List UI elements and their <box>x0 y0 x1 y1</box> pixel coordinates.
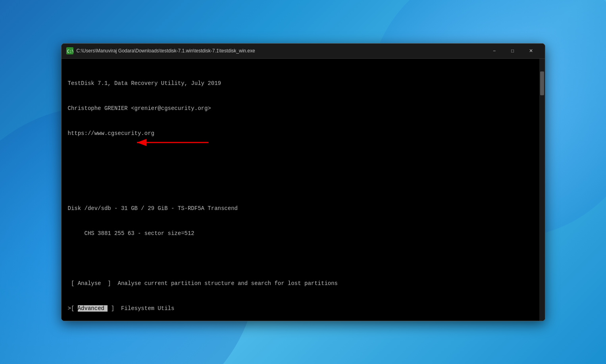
menu-analyse-line[interactable]: [ Analyse ] Analyse current partition st… <box>68 279 539 288</box>
terminal-window: C:\ C:\Users\Manuviraj Godara\Downloads\… <box>61 43 545 321</box>
minimize-button[interactable]: − <box>485 43 504 58</box>
terminal-blank-1 <box>68 254 539 263</box>
advanced-selected[interactable]: Advanced <box>78 305 108 312</box>
terminal-line-5 <box>68 179 539 188</box>
scrollbar-thumb[interactable] <box>540 71 544 95</box>
close-button[interactable]: ✕ <box>522 43 540 58</box>
window-controls: − □ ✕ <box>485 43 540 58</box>
terminal-chs-info: CHS 3881 255 63 - sector size=512 <box>68 229 539 238</box>
terminal-disk-info: Disk /dev/sdb - 31 GB / 29 GiB - TS-RDF5… <box>68 204 539 213</box>
maximize-button[interactable]: □ <box>504 43 522 58</box>
terminal-body: TestDisk 7.1, Data Recovery Utility, Jul… <box>62 59 545 321</box>
terminal-content: TestDisk 7.1, Data Recovery Utility, Jul… <box>68 63 539 321</box>
titlebar: C:\ C:\Users\Manuviraj Godara\Downloads\… <box>62 44 545 59</box>
scrollbar[interactable] <box>539 59 545 321</box>
app-icon: C:\ <box>66 47 73 54</box>
terminal-line-4 <box>68 154 539 163</box>
terminal-line-1: TestDisk 7.1, Data Recovery Utility, Jul… <box>68 79 539 88</box>
window-title: C:\Users\Manuviraj Godara\Downloads\test… <box>77 48 485 54</box>
terminal-line-2: Christophe GRENIER <grenier@cgsecurity.o… <box>68 104 539 113</box>
svg-text:C:\: C:\ <box>67 49 73 54</box>
menu-advanced-line[interactable]: >[ Advanced ] Filesystem Utils <box>68 304 539 313</box>
terminal-line-3: https://www.cgsecurity.org <box>68 129 539 138</box>
